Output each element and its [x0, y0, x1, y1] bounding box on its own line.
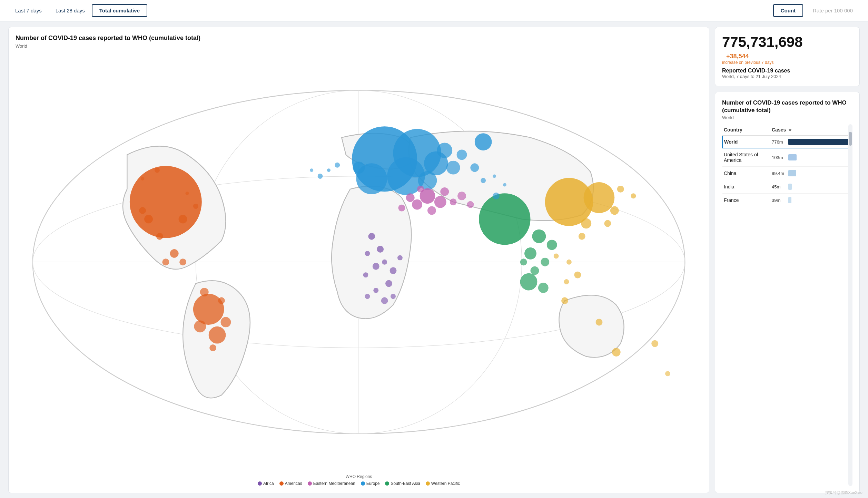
table-row-france[interactable]: France 39m: [722, 194, 852, 207]
tab-last-28-days[interactable]: Last 28 days: [49, 5, 92, 16]
map-title: Number of COVID-19 cases reported to WHO…: [16, 34, 702, 42]
cases-cell-world: 776m: [770, 136, 852, 148]
south-east-asia-dot: [385, 481, 389, 486]
map-container: [16, 53, 702, 471]
svg-point-54: [581, 218, 591, 229]
svg-point-26: [200, 288, 209, 296]
svg-point-88: [554, 254, 559, 259]
africa-dot: [258, 481, 262, 486]
col-country: Country: [722, 124, 770, 136]
sort-icon[interactable]: [789, 129, 791, 131]
svg-point-63: [368, 233, 375, 240]
svg-point-90: [574, 272, 581, 279]
svg-point-76: [318, 174, 323, 179]
country-cell-france: France: [722, 194, 770, 207]
tab-count[interactable]: Count: [773, 4, 803, 17]
svg-point-58: [561, 297, 568, 304]
svg-point-40: [398, 205, 405, 212]
svg-point-61: [617, 186, 624, 193]
svg-point-56: [604, 220, 611, 227]
svg-point-29: [170, 249, 179, 258]
africa-label: Africa: [263, 481, 274, 486]
cases-cell-china: 99.4m: [770, 167, 852, 180]
svg-point-62: [631, 194, 636, 199]
svg-point-72: [373, 288, 378, 293]
table-row-china[interactable]: China 99.4m: [722, 167, 852, 180]
svg-point-78: [310, 169, 313, 172]
tab-rate[interactable]: Rate per 100 000: [806, 5, 860, 16]
svg-point-79: [335, 163, 340, 168]
country-cell-world: World: [722, 136, 770, 148]
svg-point-69: [390, 267, 397, 274]
svg-point-21: [179, 215, 187, 224]
svg-point-48: [531, 266, 539, 275]
americas-label: Americas: [285, 481, 302, 486]
legend-item-south-east-asia: South-East Asia: [385, 481, 420, 486]
western-pacific-label: Western Pacific: [431, 481, 460, 486]
svg-point-86: [186, 192, 189, 195]
svg-point-12: [446, 161, 460, 175]
svg-point-34: [412, 199, 422, 210]
col-cases: Cases: [770, 124, 852, 136]
table-row-world[interactable]: World 776m: [722, 136, 852, 148]
right-panel: 775,731,698 +38,544 increase on previous…: [715, 27, 860, 493]
svg-point-14: [457, 150, 467, 160]
time-tabs: Last 7 days Last 28 days Total cumulativ…: [8, 4, 147, 17]
increase-label: increase on previous 7 days: [722, 60, 773, 65]
svg-point-91: [564, 279, 569, 284]
svg-point-25: [221, 317, 231, 328]
svg-point-23: [209, 326, 226, 344]
svg-point-42: [467, 201, 474, 208]
svg-point-67: [373, 263, 379, 270]
data-table: Country Cases World: [722, 124, 852, 207]
svg-point-74: [391, 294, 396, 299]
table-row-usa[interactable]: United States of America 103m: [722, 148, 852, 167]
svg-point-36: [440, 187, 449, 196]
svg-point-39: [406, 194, 415, 202]
svg-point-55: [610, 206, 619, 215]
legend-items: Africa Americas Eastern Mediterranean Eu…: [16, 481, 702, 486]
svg-point-11: [437, 143, 452, 158]
svg-point-89: [566, 260, 572, 265]
scrollbar[interactable]: [848, 124, 852, 486]
western-pacific-dot: [426, 481, 430, 486]
svg-point-68: [363, 273, 368, 278]
stat-label: Reported COVID-19 cases: [722, 68, 852, 74]
legend-area: WHO Regions Africa Americas Eastern Medi…: [16, 474, 702, 486]
main-content: Number of COVID-19 cases reported to WHO…: [0, 21, 868, 498]
country-cell-india: India: [722, 180, 770, 194]
europe-dot: [361, 481, 365, 486]
scrollbar-thumb[interactable]: [849, 132, 852, 146]
svg-point-16: [475, 134, 492, 151]
svg-point-93: [665, 371, 670, 377]
svg-point-57: [579, 233, 585, 240]
svg-point-37: [450, 199, 457, 206]
svg-point-59: [596, 319, 603, 326]
cases-cell-india: 45m: [770, 180, 852, 194]
legend-item-americas: Americas: [279, 481, 302, 486]
table-row-india[interactable]: India 45m: [722, 180, 852, 194]
stat-sublabel: World, 7 days to 21 July 2024: [722, 74, 852, 79]
svg-point-84: [155, 168, 160, 173]
cases-cell-france: 39m: [770, 194, 852, 207]
svg-point-92: [651, 340, 658, 347]
svg-point-41: [457, 192, 466, 201]
svg-point-45: [524, 247, 536, 260]
svg-point-38: [417, 186, 424, 193]
svg-point-28: [209, 344, 216, 351]
tab-last-7-days[interactable]: Last 7 days: [8, 5, 49, 16]
svg-point-82: [503, 183, 506, 187]
tab-total-cumulative[interactable]: Total cumulative: [92, 4, 147, 17]
table-card: Number of COVID-19 cases reported to WHO…: [715, 92, 860, 493]
left-panel: Number of COVID-19 cases reported to WHO…: [8, 27, 709, 493]
svg-point-70: [397, 255, 403, 261]
eastern-med-label: Eastern Mediterranean: [313, 481, 355, 486]
svg-point-75: [381, 297, 388, 304]
svg-point-31: [162, 259, 169, 266]
table-card-sub: World: [722, 115, 852, 120]
legend-item-western-pacific: Western Pacific: [426, 481, 460, 486]
svg-point-13: [353, 162, 365, 174]
svg-point-18: [144, 215, 153, 224]
svg-point-27: [218, 297, 225, 304]
legend-title: WHO Regions: [16, 474, 702, 479]
